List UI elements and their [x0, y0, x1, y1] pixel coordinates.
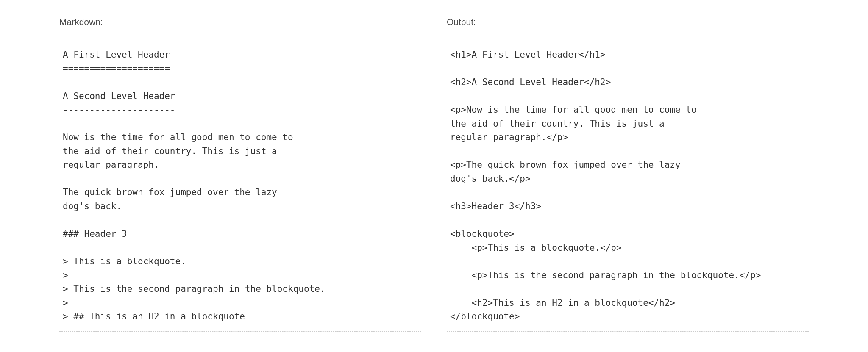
- output-label: Output:: [447, 17, 809, 27]
- markdown-label: Markdown:: [59, 17, 421, 27]
- output-column: Output: <h1>A First Level Header</h1> <h…: [447, 17, 809, 335]
- output-code-block: <h1>A First Level Header</h1> <h2>A Seco…: [447, 40, 809, 332]
- markdown-column: Markdown: A First Level Header =========…: [59, 17, 421, 335]
- markdown-code-block: A First Level Header ===================…: [59, 40, 421, 332]
